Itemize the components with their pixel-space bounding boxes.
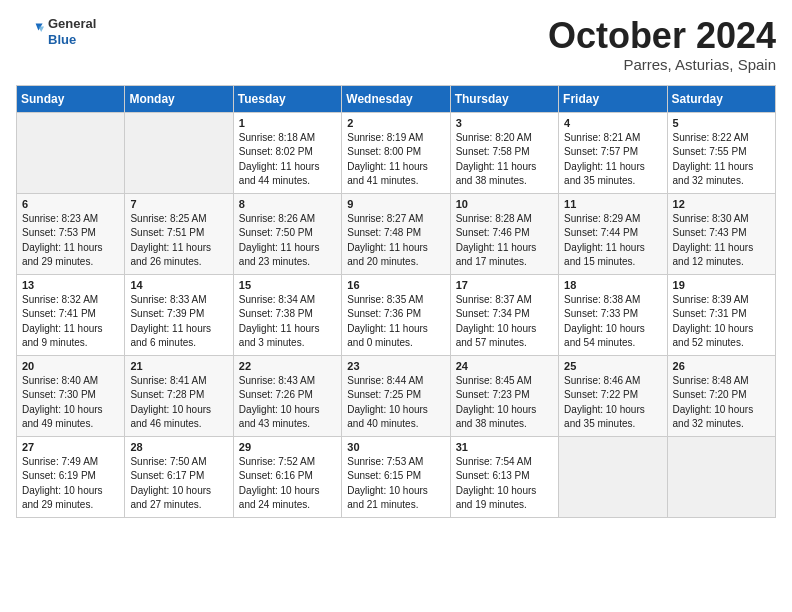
calendar-cell: 27Sunrise: 7:49 AM Sunset: 6:19 PM Dayli… (17, 436, 125, 517)
day-info: Sunrise: 8:43 AM Sunset: 7:26 PM Dayligh… (239, 374, 336, 432)
logo-blue: Blue (48, 32, 96, 48)
calendar-cell: 24Sunrise: 8:45 AM Sunset: 7:23 PM Dayli… (450, 355, 558, 436)
page-header: General Blue October 2024 Parres, Asturi… (16, 16, 776, 73)
day-number: 25 (564, 360, 661, 372)
calendar-cell: 22Sunrise: 8:43 AM Sunset: 7:26 PM Dayli… (233, 355, 341, 436)
header-day-saturday: Saturday (667, 85, 775, 112)
day-info: Sunrise: 7:54 AM Sunset: 6:13 PM Dayligh… (456, 455, 553, 513)
calendar-cell (559, 436, 667, 517)
day-number: 7 (130, 198, 227, 210)
day-info: Sunrise: 8:19 AM Sunset: 8:00 PM Dayligh… (347, 131, 444, 189)
day-info: Sunrise: 8:44 AM Sunset: 7:25 PM Dayligh… (347, 374, 444, 432)
day-info: Sunrise: 8:21 AM Sunset: 7:57 PM Dayligh… (564, 131, 661, 189)
calendar-cell: 11Sunrise: 8:29 AM Sunset: 7:44 PM Dayli… (559, 193, 667, 274)
calendar-cell: 25Sunrise: 8:46 AM Sunset: 7:22 PM Dayli… (559, 355, 667, 436)
day-number: 16 (347, 279, 444, 291)
day-info: Sunrise: 8:28 AM Sunset: 7:46 PM Dayligh… (456, 212, 553, 270)
header-day-tuesday: Tuesday (233, 85, 341, 112)
day-info: Sunrise: 8:39 AM Sunset: 7:31 PM Dayligh… (673, 293, 770, 351)
day-number: 20 (22, 360, 119, 372)
logo-icon (16, 18, 44, 46)
day-info: Sunrise: 8:33 AM Sunset: 7:39 PM Dayligh… (130, 293, 227, 351)
calendar-cell: 7Sunrise: 8:25 AM Sunset: 7:51 PM Daylig… (125, 193, 233, 274)
day-number: 6 (22, 198, 119, 210)
calendar-cell: 10Sunrise: 8:28 AM Sunset: 7:46 PM Dayli… (450, 193, 558, 274)
calendar-cell: 18Sunrise: 8:38 AM Sunset: 7:33 PM Dayli… (559, 274, 667, 355)
logo-text: General Blue (48, 16, 96, 47)
day-info: Sunrise: 8:20 AM Sunset: 7:58 PM Dayligh… (456, 131, 553, 189)
calendar-cell: 15Sunrise: 8:34 AM Sunset: 7:38 PM Dayli… (233, 274, 341, 355)
header-day-monday: Monday (125, 85, 233, 112)
day-info: Sunrise: 8:41 AM Sunset: 7:28 PM Dayligh… (130, 374, 227, 432)
day-info: Sunrise: 8:26 AM Sunset: 7:50 PM Dayligh… (239, 212, 336, 270)
day-number: 24 (456, 360, 553, 372)
month-title: October 2024 (548, 16, 776, 56)
header-day-thursday: Thursday (450, 85, 558, 112)
day-info: Sunrise: 8:23 AM Sunset: 7:53 PM Dayligh… (22, 212, 119, 270)
calendar-cell: 3Sunrise: 8:20 AM Sunset: 7:58 PM Daylig… (450, 112, 558, 193)
calendar-header: SundayMondayTuesdayWednesdayThursdayFrid… (17, 85, 776, 112)
header-row: SundayMondayTuesdayWednesdayThursdayFrid… (17, 85, 776, 112)
day-info: Sunrise: 8:38 AM Sunset: 7:33 PM Dayligh… (564, 293, 661, 351)
day-info: Sunrise: 8:27 AM Sunset: 7:48 PM Dayligh… (347, 212, 444, 270)
calendar-cell: 14Sunrise: 8:33 AM Sunset: 7:39 PM Dayli… (125, 274, 233, 355)
calendar-cell: 26Sunrise: 8:48 AM Sunset: 7:20 PM Dayli… (667, 355, 775, 436)
week-row-3: 13Sunrise: 8:32 AM Sunset: 7:41 PM Dayli… (17, 274, 776, 355)
calendar-cell: 9Sunrise: 8:27 AM Sunset: 7:48 PM Daylig… (342, 193, 450, 274)
day-info: Sunrise: 7:53 AM Sunset: 6:15 PM Dayligh… (347, 455, 444, 513)
calendar-cell: 6Sunrise: 8:23 AM Sunset: 7:53 PM Daylig… (17, 193, 125, 274)
location: Parres, Asturias, Spain (548, 56, 776, 73)
day-number: 4 (564, 117, 661, 129)
calendar-cell: 2Sunrise: 8:19 AM Sunset: 8:00 PM Daylig… (342, 112, 450, 193)
day-number: 19 (673, 279, 770, 291)
day-number: 3 (456, 117, 553, 129)
day-number: 1 (239, 117, 336, 129)
day-info: Sunrise: 7:52 AM Sunset: 6:16 PM Dayligh… (239, 455, 336, 513)
calendar-cell: 31Sunrise: 7:54 AM Sunset: 6:13 PM Dayli… (450, 436, 558, 517)
day-number: 21 (130, 360, 227, 372)
calendar-cell: 29Sunrise: 7:52 AM Sunset: 6:16 PM Dayli… (233, 436, 341, 517)
day-number: 12 (673, 198, 770, 210)
day-number: 5 (673, 117, 770, 129)
week-row-1: 1Sunrise: 8:18 AM Sunset: 8:02 PM Daylig… (17, 112, 776, 193)
calendar-cell (17, 112, 125, 193)
day-number: 31 (456, 441, 553, 453)
day-number: 30 (347, 441, 444, 453)
header-day-friday: Friday (559, 85, 667, 112)
day-number: 29 (239, 441, 336, 453)
day-number: 11 (564, 198, 661, 210)
day-info: Sunrise: 7:49 AM Sunset: 6:19 PM Dayligh… (22, 455, 119, 513)
calendar-cell: 1Sunrise: 8:18 AM Sunset: 8:02 PM Daylig… (233, 112, 341, 193)
header-day-wednesday: Wednesday (342, 85, 450, 112)
day-info: Sunrise: 8:22 AM Sunset: 7:55 PM Dayligh… (673, 131, 770, 189)
calendar-cell: 13Sunrise: 8:32 AM Sunset: 7:41 PM Dayli… (17, 274, 125, 355)
day-info: Sunrise: 8:18 AM Sunset: 8:02 PM Dayligh… (239, 131, 336, 189)
day-number: 28 (130, 441, 227, 453)
day-number: 8 (239, 198, 336, 210)
calendar-cell: 5Sunrise: 8:22 AM Sunset: 7:55 PM Daylig… (667, 112, 775, 193)
day-number: 17 (456, 279, 553, 291)
day-info: Sunrise: 8:32 AM Sunset: 7:41 PM Dayligh… (22, 293, 119, 351)
calendar-cell: 19Sunrise: 8:39 AM Sunset: 7:31 PM Dayli… (667, 274, 775, 355)
day-number: 22 (239, 360, 336, 372)
day-info: Sunrise: 8:25 AM Sunset: 7:51 PM Dayligh… (130, 212, 227, 270)
day-info: Sunrise: 8:29 AM Sunset: 7:44 PM Dayligh… (564, 212, 661, 270)
day-number: 23 (347, 360, 444, 372)
day-info: Sunrise: 8:34 AM Sunset: 7:38 PM Dayligh… (239, 293, 336, 351)
day-number: 14 (130, 279, 227, 291)
day-number: 2 (347, 117, 444, 129)
calendar-cell: 30Sunrise: 7:53 AM Sunset: 6:15 PM Dayli… (342, 436, 450, 517)
day-info: Sunrise: 8:46 AM Sunset: 7:22 PM Dayligh… (564, 374, 661, 432)
day-info: Sunrise: 8:30 AM Sunset: 7:43 PM Dayligh… (673, 212, 770, 270)
day-number: 9 (347, 198, 444, 210)
calendar-body: 1Sunrise: 8:18 AM Sunset: 8:02 PM Daylig… (17, 112, 776, 517)
calendar-cell: 4Sunrise: 8:21 AM Sunset: 7:57 PM Daylig… (559, 112, 667, 193)
day-info: Sunrise: 8:35 AM Sunset: 7:36 PM Dayligh… (347, 293, 444, 351)
day-number: 26 (673, 360, 770, 372)
day-number: 15 (239, 279, 336, 291)
title-block: October 2024 Parres, Asturias, Spain (548, 16, 776, 73)
svg-marker-1 (38, 26, 44, 32)
week-row-5: 27Sunrise: 7:49 AM Sunset: 6:19 PM Dayli… (17, 436, 776, 517)
week-row-4: 20Sunrise: 8:40 AM Sunset: 7:30 PM Dayli… (17, 355, 776, 436)
logo-general: General (48, 16, 96, 32)
